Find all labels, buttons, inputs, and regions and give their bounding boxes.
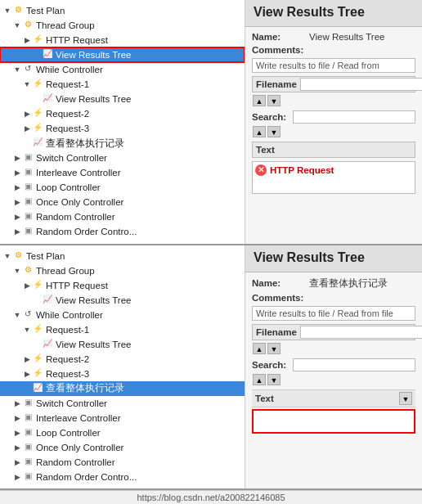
tree-label: Request-2 <box>46 354 89 364</box>
tree-item-oc[interactable]: ▶▣Once Only Controller <box>0 195 245 209</box>
tree-toggle[interactable]: ▶ <box>13 169 21 177</box>
tree-label: Thread Group <box>36 266 95 276</box>
tree-toggle[interactable]: ▶ <box>23 36 31 44</box>
tree-item-vrt2[interactable]: 📈View Results Tree <box>0 92 245 106</box>
tree-item-lc[interactable]: ▶▣Loop Controller <box>0 180 245 195</box>
bottom-filename-input[interactable] <box>300 326 422 339</box>
tree-item-tp2[interactable]: ▼⚙Test Plan <box>0 249 245 263</box>
tree-item-r22[interactable]: ▶⚡Request-2 <box>0 352 245 367</box>
top-arrow-up-btn[interactable]: ▲ <box>253 95 266 106</box>
tree-item-wc[interactable]: ▼↺While Controller <box>0 62 245 77</box>
tree-icon-loop: ↺ <box>21 64 34 75</box>
tree-label: Request-1 <box>46 79 89 89</box>
top-search-arrow-down[interactable]: ▼ <box>267 126 281 137</box>
tree-label: Test Plan <box>26 6 65 16</box>
tree-toggle[interactable]: ▼ <box>3 7 11 15</box>
tree-toggle[interactable]: ▶ <box>13 458 21 466</box>
tree-toggle[interactable]: ▶ <box>13 414 21 422</box>
tree-item-vrt1[interactable]: 📈View Results Tree <box>0 47 245 62</box>
tree-toggle[interactable]: ▶ <box>23 124 31 133</box>
tree-item-oc2[interactable]: ▶▣Once Only Controller <box>0 440 245 455</box>
tree-item-tg2[interactable]: ▼⚙Thread Group <box>0 263 245 278</box>
tree-item-vrt3[interactable]: 📈View Results Tree <box>0 293 245 308</box>
top-detail-pane: View Results Tree Name: View Results Tre… <box>245 0 422 244</box>
tree-toggle[interactable]: ▶ <box>13 154 21 162</box>
tree-toggle[interactable]: ▼ <box>13 21 21 29</box>
tree-label: Switch Controller <box>36 153 107 163</box>
bottom-search-arrow-up[interactable]: ▲ <box>253 374 266 385</box>
top-arrow-down-btn[interactable]: ▼ <box>267 95 281 106</box>
tree-item-sw2[interactable]: ▶▣Switch Controller <box>0 396 245 411</box>
bottom-arrow-down-btn[interactable]: ▼ <box>267 343 281 354</box>
tree-toggle[interactable]: ▶ <box>23 355 31 363</box>
tree-toggle[interactable]: ▼ <box>3 252 11 260</box>
tree-label: Request-2 <box>46 109 89 119</box>
tree-icon-graph: 📈 <box>41 339 54 350</box>
tree-label: Switch Controller <box>36 398 107 408</box>
tree-toggle[interactable]: ▶ <box>13 473 21 481</box>
bottom-comments-label: Comments: <box>252 293 309 303</box>
top-search-input[interactable] <box>293 110 415 124</box>
tree-label: 查看整体执行记录 <box>46 382 124 394</box>
tree-label: 查看整体执行记录 <box>46 137 124 150</box>
bottom-write-results-label: Write results to file / Read from file <box>256 308 393 318</box>
tree-label: Request-3 <box>46 369 89 379</box>
tree-item-rc2[interactable]: ▶▣Random Controller <box>0 455 245 470</box>
tree-item-ck[interactable]: 📈查看整体执行记录 <box>0 136 245 151</box>
tree-item-hr[interactable]: ▶⚡HTTP Request <box>0 33 245 47</box>
top-search-arrow-up[interactable]: ▲ <box>253 126 266 137</box>
tree-toggle[interactable]: ▼ <box>13 267 21 275</box>
tree-toggle[interactable]: ▼ <box>13 65 21 74</box>
bottom-filename-row: Filename <box>252 324 415 340</box>
top-search-row: Search: <box>252 110 415 124</box>
tree-toggle[interactable]: ▶ <box>13 183 21 191</box>
tree-item-ic[interactable]: ▶▣Interleave Controller <box>0 165 245 180</box>
tree-item-rc[interactable]: ▶▣Random Controller <box>0 209 245 224</box>
bottom-text-dropdown[interactable]: ▼ <box>399 392 412 405</box>
bottom-search-arrow-down[interactable]: ▼ <box>267 374 281 385</box>
bottom-text-section: Text ▼ <box>252 389 415 407</box>
bottom-detail-pane: View Results Tree Name: 查看整体执行记录 Comment… <box>245 245 422 489</box>
tree-label: View Results Tree <box>56 50 131 60</box>
top-filename-input[interactable] <box>300 78 422 91</box>
bottom-arrow-up-btn[interactable]: ▲ <box>253 343 266 354</box>
tree-item-r1[interactable]: ▼⚡Request-1 <box>0 77 245 92</box>
top-write-results-label: Write results to file / Read from <box>256 61 379 70</box>
top-search-label: Search: <box>252 112 293 122</box>
top-http-badge: ✕ HTTP Request <box>255 164 334 176</box>
tree-toggle[interactable]: ▶ <box>23 281 31 290</box>
tree-icon-ctrl: ▣ <box>21 182 34 193</box>
tree-item-sw[interactable]: ▶▣Switch Controller <box>0 151 245 165</box>
tree-label: Thread Group <box>36 20 95 30</box>
watermark: https://blog.csdn.net/a200822146085 <box>0 490 422 504</box>
tree-toggle[interactable]: ▶ <box>13 213 21 221</box>
main-container: ▼⚙Test Plan▼⚙Thread Group▶⚡HTTP Request📈… <box>0 0 422 504</box>
tree-toggle[interactable]: ▶ <box>13 198 21 206</box>
tree-toggle[interactable]: ▶ <box>23 110 31 118</box>
tree-item-roc[interactable]: ▶▣Random Order Contro... <box>0 224 245 239</box>
bottom-search-input[interactable] <box>293 358 415 371</box>
tree-item-tp[interactable]: ▼⚙Test Plan <box>0 3 245 18</box>
tree-item-r32[interactable]: ▶⚡Request-3 <box>0 367 245 381</box>
tree-item-tg[interactable]: ▼⚙Thread Group <box>0 18 245 33</box>
tree-item-vrt4[interactable]: 📈View Results Tree <box>0 337 245 352</box>
tree-item-lc2[interactable]: ▶▣Loop Controller <box>0 425 245 440</box>
tree-toggle[interactable]: ▼ <box>13 311 21 319</box>
tree-toggle[interactable]: ▶ <box>13 443 21 452</box>
tree-toggle[interactable]: ▶ <box>13 429 21 437</box>
tree-toggle[interactable]: ▶ <box>13 399 21 407</box>
tree-item-roc2[interactable]: ▶▣Random Order Contro... <box>0 470 245 484</box>
tree-item-r3[interactable]: ▶⚡Request-3 <box>0 121 245 136</box>
tree-item-ck2[interactable]: 📈查看整体执行记录 <box>0 381 245 396</box>
tree-toggle[interactable]: ▼ <box>23 326 31 334</box>
tree-item-hr2[interactable]: ▶⚡HTTP Request <box>0 278 245 293</box>
bottom-name-value: 查看整体执行记录 <box>309 277 415 290</box>
tree-toggle[interactable]: ▶ <box>23 370 31 378</box>
tree-item-wc2[interactable]: ▼↺While Controller <box>0 308 245 322</box>
tree-toggle[interactable]: ▶ <box>13 227 21 236</box>
tree-icon-gear: ⚙ <box>11 5 25 16</box>
tree-toggle[interactable]: ▼ <box>23 80 31 88</box>
tree-item-ic2[interactable]: ▶▣Interleave Controller <box>0 411 245 425</box>
tree-item-r12[interactable]: ▼⚡Request-1 <box>0 322 245 337</box>
tree-item-r2[interactable]: ▶⚡Request-2 <box>0 106 245 121</box>
